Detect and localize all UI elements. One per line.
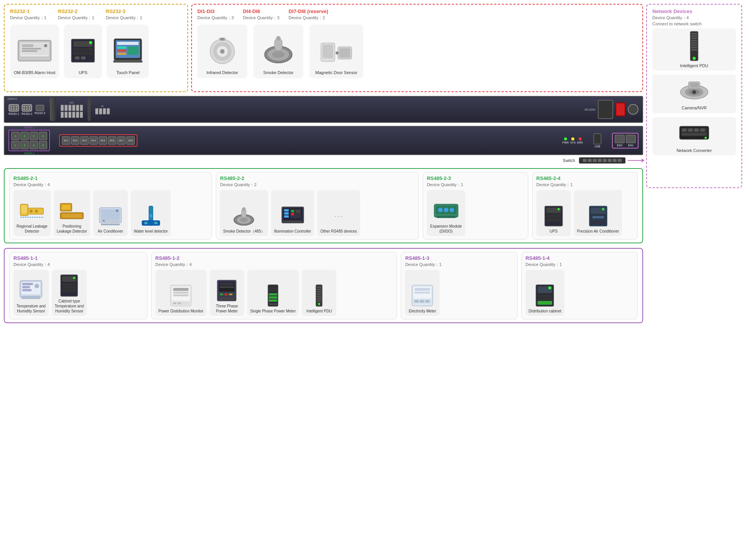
svg-point-72 (149, 214, 152, 217)
rs485-2-inner: RS485-2-1 Device Quantity：4 (9, 172, 638, 240)
svg-rect-133 (219, 297, 235, 300)
svg-rect-110 (22, 286, 30, 288)
svg-rect-127 (178, 302, 181, 304)
switch-to-network-line (628, 160, 643, 161)
svg-rect-84 (284, 215, 289, 218)
svg-rect-18 (117, 50, 126, 52)
svg-rect-69 (101, 224, 120, 225)
svg-rect-154 (415, 288, 430, 291)
illumination-label: Illumination Controller (274, 229, 311, 234)
touch-panel-icon (112, 35, 143, 66)
pdu-rs485-icon (315, 284, 323, 307)
voltage-label: AC220v (585, 108, 595, 111)
power-dist-icon (169, 284, 192, 307)
device-precision-ac: Precision Air Conditioner (574, 190, 622, 236)
expansion-label: Expansion Module(DI/DO) (430, 224, 462, 234)
rs485-2-3-devices: Expansion Module(DI/DO) (427, 190, 524, 236)
device-temp-humid: Temperature andHumidity Sensor (13, 270, 49, 316)
network-connect: Connect to network switch (652, 21, 736, 26)
di-4: DI-4 (89, 136, 98, 145)
rs485-2-3-section: RS485-2-3 Device Quantity：1 (423, 172, 528, 240)
svg-rect-144 (317, 286, 321, 288)
svg-point-41 (13, 106, 15, 107)
three-phase-icon (216, 279, 237, 302)
svg-rect-140 (269, 296, 277, 299)
network-devices-list: Intelligent PDU (652, 28, 736, 155)
infrared-icon (203, 35, 241, 66)
di-ports-visual: DI-1 DI-2 DI-3 DI-4 DI-5 DI-6 DI-7 DI-8 (59, 134, 137, 147)
svg-rect-141 (269, 299, 277, 302)
ac-label: Air Conditioner (98, 229, 123, 234)
leakage-icon (20, 199, 45, 222)
svg-rect-5 (22, 50, 37, 52)
device-alarm-host: OM-B3/B5 Alarm Host (10, 25, 59, 78)
svg-rect-39 (10, 105, 18, 111)
svg-point-94 (450, 208, 454, 212)
rs485-1-inner: RS485-1-1 Device Quantity：4 (9, 252, 638, 319)
svg-rect-171 (691, 40, 697, 41)
rs485-1-block: 1 2 3 4 1 2 3 4 (8, 130, 50, 151)
svg-point-176 (693, 57, 696, 60)
di-7: DI-7 (117, 136, 126, 145)
svg-rect-187 (694, 129, 699, 132)
svg-rect-174 (691, 47, 697, 48)
svg-rect-34 (323, 45, 333, 58)
di1-di3-label: DI1-DI3 (197, 8, 234, 14)
smoke-label: Smoke Detector (263, 70, 294, 75)
device-infrared: Infrared Detector (197, 25, 247, 78)
touch-panel-label: Touch Panel (116, 70, 140, 75)
precision-ac-label: Precision Air Conditioner (577, 229, 619, 234)
rack-visual: DEBUG (4, 96, 643, 164)
expansion-icon (433, 199, 460, 222)
svg-rect-168 (691, 33, 697, 35)
svg-rect-118 (62, 289, 76, 292)
switch-port-7 (613, 159, 617, 162)
svg-point-105 (602, 208, 604, 210)
svg-rect-116 (62, 283, 76, 286)
device-dist-cabinet: Distribution cabinet (526, 270, 564, 316)
infrared-label: Infrared Detector (207, 70, 238, 75)
dist-cabinet-icon (535, 284, 554, 307)
svg-rect-47 (23, 105, 31, 111)
rs485-1-3-section: RS485-1-3 Device Quantity：1 (401, 252, 517, 319)
svg-rect-36 (339, 48, 350, 58)
rs485-1-section: RS485-1-1 Device Quantity：4 (4, 248, 643, 323)
temp-humid-label: Temperature andHumidity Sensor (17, 304, 46, 314)
svg-point-57 (30, 210, 33, 213)
illumination-icon (280, 204, 305, 227)
svg-rect-175 (691, 49, 697, 51)
rs485-1-3-devices: Electricity Meter (405, 270, 513, 316)
di-header: DI1-DI3 Device Quantity：3 DI4-DI6 Device… (197, 8, 637, 21)
svg-rect-111 (22, 289, 31, 291)
rs485-2-section: RS485-2-1 Device Quantity：4 (4, 168, 643, 243)
single-phase-label: Single Phase Power Meter (250, 309, 296, 314)
svg-rect-146 (317, 291, 321, 292)
smoke-485-label: Smoke Detector（485） (223, 229, 265, 234)
svg-rect-3 (22, 44, 33, 47)
switch-port-3 (593, 159, 597, 162)
alarm-host-label: OM-B3/B5 Alarm Host (14, 70, 55, 75)
debug-label: DEBUG (8, 97, 17, 100)
precision-ac-icon (589, 204, 608, 227)
svg-rect-86 (291, 210, 294, 212)
svg-point-27 (221, 38, 223, 40)
device-smoke-485: Smoke Detector（485） (220, 190, 268, 236)
rs485-1-1-section: RS485-1-1 Device Quantity：4 (9, 252, 147, 319)
regional-leakage-label: Regional LeakageDetector (17, 224, 48, 234)
svg-rect-98 (546, 215, 561, 218)
rs485-1-p7: 3 (30, 141, 38, 149)
network-title: Network Devices (652, 8, 736, 14)
switch-port-6 (608, 159, 612, 162)
svg-rect-55 (22, 205, 27, 213)
svg-point-68 (116, 210, 118, 212)
temp-humid-icon (18, 279, 43, 302)
device-pdu-rs485: Intelligent PDU (302, 270, 336, 316)
svg-rect-170 (691, 38, 697, 39)
rs485-1-p1: 1 (11, 132, 20, 140)
svg-point-43 (11, 108, 12, 109)
ups-icon (69, 35, 96, 66)
svg-rect-124 (173, 294, 189, 296)
rs232-3-label: RS232-3 (106, 8, 142, 14)
svg-point-48 (24, 106, 25, 107)
svg-point-79 (242, 207, 246, 211)
